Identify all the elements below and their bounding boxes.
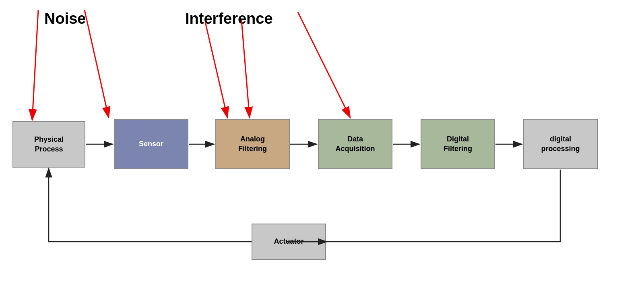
svg-line-13 <box>298 12 350 118</box>
digital-filtering-block: DigitalFiltering <box>421 119 495 169</box>
digital-processing-block: digitalprocessing <box>523 119 598 169</box>
actuator-block: Actuator <box>252 224 326 260</box>
svg-line-10 <box>205 22 227 118</box>
interference-label: Interference <box>185 10 273 27</box>
data-acquisition-block: DataAcquisition <box>318 119 392 169</box>
svg-line-12 <box>242 20 250 118</box>
svg-line-8 <box>32 10 38 120</box>
noise-label: Noise <box>44 10 86 27</box>
analog-filtering-block: AnalogFiltering <box>215 119 290 169</box>
diagram-container: Noise Interference PhysicalProcess Senso… <box>0 0 644 286</box>
sensor-block: Sensor <box>114 119 188 169</box>
svg-line-9 <box>85 10 109 118</box>
physical-process-block: PhysicalProcess <box>12 121 85 168</box>
